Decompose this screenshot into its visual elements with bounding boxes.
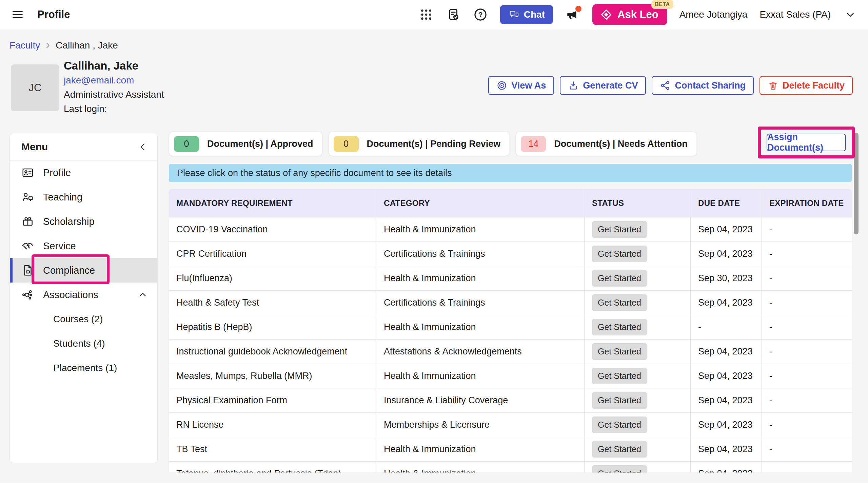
menu-title: Menu	[21, 141, 48, 153]
status-chip-get-started[interactable]: Get Started	[592, 246, 647, 262]
ask-leo-logo-icon	[600, 8, 613, 21]
sidebar-item-scholarship[interactable]: Scholarship	[10, 209, 157, 234]
collapse-sidebar-chevron-left-icon[interactable]	[138, 142, 148, 152]
view-as-button[interactable]: View As	[488, 76, 554, 95]
status-chip-get-started[interactable]: Get Started	[592, 270, 647, 287]
user-menu-chevron-down-icon[interactable]	[843, 7, 858, 22]
status-chip-get-started[interactable]: Get Started	[592, 441, 647, 458]
trash-icon	[768, 80, 778, 91]
table-row: Health & Safety Test Certifications & Tr…	[169, 290, 852, 315]
status-chip-get-started[interactable]: Get Started	[592, 392, 647, 409]
col-due-date: DUE DATE	[691, 189, 762, 217]
apps-grid-icon[interactable]	[419, 7, 434, 22]
table-header-row: MANDATORY REQUIREMENT CATEGORY STATUS DU…	[169, 189, 852, 217]
beta-badge: BETA	[651, 0, 673, 9]
sidebar-subitem-students[interactable]: Students (4)	[10, 331, 157, 356]
status-chip-get-started[interactable]: Get Started	[592, 465, 647, 472]
faculty-profile-page: Profile ? Chat	[0, 0, 868, 483]
handshake-icon	[21, 239, 34, 252]
breadcrumb-chevron-icon	[44, 42, 52, 49]
table-row: Flu(Influenza) Health & Immunization Get…	[169, 266, 852, 290]
pending-count-badge: 0	[334, 136, 359, 152]
table-row: Measles, Mumps, Rubella (MMR) Health & I…	[169, 364, 852, 388]
teaching-icon	[21, 191, 34, 204]
status-chip-get-started[interactable]: Get Started	[592, 319, 647, 335]
sidebar-item-service[interactable]: Service	[10, 234, 157, 258]
needs-attention-documents-card[interactable]: 14 Document(s) | Needs Attention	[516, 132, 697, 156]
info-banner: Please click on the status of any specif…	[169, 164, 852, 182]
table-row: RN License Memberships & Licensure Get S…	[169, 412, 852, 437]
network-icon	[21, 288, 34, 301]
notification-dot	[575, 6, 581, 12]
view-as-eye-icon	[496, 80, 507, 91]
table-row: Hepatitis B (HepB) Health & Immunization…	[169, 315, 852, 339]
share-icon	[660, 80, 671, 91]
user-name: Amee Jotangiya	[679, 9, 748, 20]
table-row: COVID-19 Vaccination Health & Immunizati…	[169, 217, 852, 242]
status-chip-get-started[interactable]: Get Started	[592, 343, 647, 360]
sidebar-subitem-courses[interactable]: Courses (2)	[10, 307, 157, 331]
delete-faculty-button[interactable]: Delete Faculty	[760, 76, 853, 95]
svg-text:?: ?	[478, 11, 482, 18]
sidebar-subitem-placements[interactable]: Placements (1)	[10, 356, 157, 380]
last-login-label: Last login:	[64, 102, 164, 116]
sidebar-item-teaching[interactable]: Teaching	[10, 185, 157, 209]
ask-leo-button[interactable]: Ask Leo BETA	[592, 4, 667, 25]
page-title: Profile	[37, 8, 70, 21]
col-mandatory-requirement: MANDATORY REQUIREMENT	[169, 189, 376, 217]
chat-icon	[508, 9, 520, 20]
status-chip-get-started[interactable]: Get Started	[592, 294, 647, 311]
associations-chevron-up-icon[interactable]	[138, 290, 148, 300]
ask-leo-label: Ask Leo	[617, 8, 658, 21]
announcements-megaphone-icon[interactable]	[565, 7, 580, 22]
status-chip-get-started[interactable]: Get Started	[592, 417, 647, 433]
col-expiration-date: EXPIRATION DATE	[762, 189, 852, 217]
download-icon	[568, 80, 579, 91]
pending-review-documents-card[interactable]: 0 Document(s) | Pending Review	[329, 132, 510, 156]
compliance-table: MANDATORY REQUIREMENT CATEGORY STATUS DU…	[169, 189, 852, 472]
table-row: Tetanus, diphtheria and Pertussis (Tdap)…	[169, 461, 852, 472]
col-status: STATUS	[585, 189, 691, 217]
document-status-summary: 0 Document(s) | Approved 0 Document(s) |…	[169, 132, 852, 156]
needs-attention-count-badge: 14	[521, 136, 546, 152]
faculty-email-link[interactable]: jake@email.com	[64, 73, 164, 88]
chat-button-label: Chat	[524, 9, 545, 20]
breadcrumb-faculty-link[interactable]: Faculty	[9, 40, 40, 51]
table-row: CPR Certification Certifications & Train…	[169, 242, 852, 266]
sidebar-menu: Menu Profile Teaching Scholarship	[9, 133, 158, 463]
faculty-name: Callihan, Jake	[64, 58, 164, 73]
avatar: JC	[11, 64, 59, 111]
document-icon	[21, 264, 34, 277]
gift-icon	[21, 215, 34, 228]
annotation-highlight-assign-documents: Assign Document(s)	[758, 127, 855, 158]
sidebar-item-compliance[interactable]: Compliance	[10, 258, 157, 283]
faculty-role: Administrative Assistant	[64, 88, 164, 102]
approved-documents-card[interactable]: 0 Document(s) | Approved	[169, 132, 322, 156]
col-category: CATEGORY	[376, 189, 585, 217]
contact-sharing-button[interactable]: Contact Sharing	[652, 76, 754, 95]
user-org: Exxat Sales (PA)	[760, 9, 831, 20]
hamburger-menu-icon[interactable]	[10, 7, 25, 22]
sidebar-item-associations[interactable]: Associations	[10, 283, 157, 307]
sidebar-item-profile[interactable]: Profile	[10, 160, 157, 185]
table-row: Physical Examination Form Insurance & Li…	[169, 388, 852, 412]
tasks-checklist-icon[interactable]	[446, 7, 461, 22]
chat-button[interactable]: Chat	[500, 5, 553, 24]
table-row: TB Test Health & Immunization Get Starte…	[169, 437, 852, 461]
generate-cv-button[interactable]: Generate CV	[560, 76, 646, 95]
breadcrumb-current: Callihan , Jake	[56, 40, 118, 51]
id-card-icon	[21, 166, 34, 179]
help-icon[interactable]: ?	[473, 7, 488, 22]
top-bar: Profile ? Chat	[0, 0, 868, 29]
breadcrumb: Faculty Callihan , Jake	[9, 40, 118, 51]
assign-documents-button[interactable]: Assign Document(s)	[767, 134, 846, 151]
approved-count-badge: 0	[174, 136, 199, 152]
table-row: Instructional guidebook Acknowledgement …	[169, 339, 852, 364]
status-chip-get-started[interactable]: Get Started	[592, 221, 647, 238]
status-chip-get-started[interactable]: Get Started	[592, 368, 647, 384]
